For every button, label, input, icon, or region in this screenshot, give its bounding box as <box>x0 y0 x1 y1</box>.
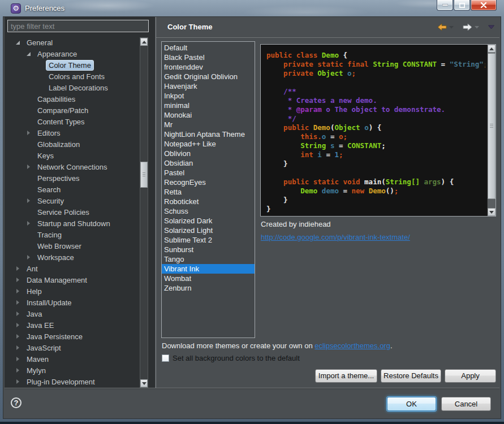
tree-collapsed-arrow-icon[interactable] <box>15 379 21 384</box>
tree-item-capabilities[interactable]: Capabilities <box>5 93 139 105</box>
theme-item-solarized-light[interactable]: Solarized Light <box>162 226 255 235</box>
tree-collapsed-arrow-icon[interactable] <box>15 334 21 339</box>
tree-item-java-persistence[interactable]: Java Persistence <box>5 331 139 342</box>
theme-item-zenburn[interactable]: Zenburn <box>162 283 255 293</box>
tree-item-label-decorations[interactable]: Label Decorations <box>5 82 139 93</box>
maximize-button[interactable] <box>454 0 470 11</box>
back-dropdown-icon[interactable] <box>449 25 454 29</box>
theme-item-retta[interactable]: Retta <box>162 187 255 197</box>
tree-item-ant[interactable]: Ant <box>5 263 139 274</box>
tree-item-editors[interactable]: Editors <box>5 127 139 139</box>
theme-item-notepad-like[interactable]: Notepad++ Like <box>162 139 255 149</box>
tree-item-keys[interactable]: Keys <box>5 150 139 161</box>
tree-item-install-update[interactable]: Install/Update <box>5 297 139 308</box>
tree-item-service-policies[interactable]: Service Policies <box>5 206 139 218</box>
tree-item-help[interactable]: Help <box>5 285 139 297</box>
back-arrow-icon[interactable] <box>437 23 447 31</box>
tree-collapsed-arrow-icon[interactable] <box>26 254 32 260</box>
theme-item-mr[interactable]: Mr <box>162 120 255 129</box>
close-button[interactable] <box>471 0 497 11</box>
theme-item-frontenddev[interactable]: frontenddev <box>162 62 255 72</box>
theme-item-solarized-dark[interactable]: Solarized Dark <box>162 216 255 226</box>
tree-expanded-arrow-icon[interactable] <box>26 51 32 57</box>
theme-item-monokai[interactable]: Monokai <box>162 110 255 120</box>
tree-collapsed-arrow-icon[interactable] <box>15 367 21 373</box>
tree-item-data-management[interactable]: Data Management <box>5 274 139 285</box>
tree-collapsed-arrow-icon[interactable] <box>15 277 21 283</box>
theme-item-inkpot[interactable]: Inkpot <box>162 91 255 101</box>
theme-item-minimal[interactable]: minimal <box>162 101 255 110</box>
tree-item-mylyn[interactable]: Mylyn <box>5 365 139 376</box>
tree-item-java-ee[interactable]: Java EE <box>5 319 139 331</box>
tree-item-color-theme[interactable]: Color Theme <box>5 59 139 71</box>
import-theme-button[interactable]: Import a theme... <box>315 369 377 383</box>
tree-item-maven[interactable]: Maven <box>5 353 139 365</box>
tree-item-web-browser[interactable]: Web Browser <box>5 240 139 252</box>
eclipsecolorthemes-link[interactable]: eclipsecolorthemes.org <box>315 341 390 350</box>
theme-item-schuss[interactable]: Schuss <box>162 206 255 216</box>
help-icon[interactable]: ? <box>11 397 21 408</box>
tree-item-java[interactable]: Java <box>5 308 139 319</box>
tree-collapsed-arrow-icon[interactable] <box>15 311 21 317</box>
tree-item-workspace[interactable]: Workspace <box>5 252 139 263</box>
tree-collapsed-arrow-icon[interactable] <box>15 300 21 305</box>
theme-list[interactable]: DefaultBlack PastelfrontenddevGedit Orig… <box>161 41 255 338</box>
scroll-up-button[interactable] <box>140 38 148 46</box>
tree-collapsed-arrow-icon[interactable] <box>15 266 21 271</box>
tree-collapsed-arrow-icon[interactable] <box>15 356 21 362</box>
scroll-down-button[interactable] <box>140 379 148 387</box>
tree-collapsed-arrow-icon[interactable] <box>26 198 32 204</box>
preview-scrollbar[interactable] <box>487 45 496 216</box>
preferences-tree[interactable]: GeneralAppearanceColor ThemeColors and F… <box>5 35 139 388</box>
theme-item-default[interactable]: Default <box>162 43 255 53</box>
theme-item-sunburst[interactable]: Sunburst <box>162 245 255 254</box>
tree-expanded-arrow-icon[interactable] <box>15 40 21 45</box>
theme-item-nightlion-aptana-theme[interactable]: NightLion Aptana Theme <box>162 129 255 139</box>
theme-item-recogneyes[interactable]: RecognEyes <box>162 178 255 187</box>
tree-collapsed-arrow-icon[interactable] <box>15 345 21 351</box>
theme-item-tango[interactable]: Tango <box>162 254 255 264</box>
theme-homepage-link[interactable]: http://code.google.com/p/vibrant-ink-tex… <box>261 233 410 241</box>
scrollbar-thumb[interactable] <box>488 53 496 199</box>
tree-item-content-types[interactable]: Content Types <box>5 116 139 127</box>
tree-collapsed-arrow-icon[interactable] <box>26 220 32 226</box>
theme-item-roboticket[interactable]: Roboticket <box>162 197 255 206</box>
apply-button[interactable]: Apply <box>445 369 496 383</box>
tree-item-security[interactable]: Security <box>5 195 139 206</box>
tree-collapsed-arrow-icon[interactable] <box>15 288 21 294</box>
theme-item-gedit-original-oblivion[interactable]: Gedit Original Oblivion <box>162 72 255 81</box>
tree-scrollbar[interactable] <box>140 37 148 388</box>
scroll-down-button[interactable] <box>488 208 496 216</box>
tree-collapsed-arrow-icon[interactable] <box>26 130 32 136</box>
tree-item-plug-in-development[interactable]: Plug-in Development <box>5 376 139 387</box>
theme-item-sublime-text-2[interactable]: Sublime Text 2 <box>162 235 255 245</box>
tree-item-colors-and-fonts[interactable]: Colors and Fonts <box>5 71 139 82</box>
tree-item-general[interactable]: General <box>5 37 139 48</box>
tree-item-network-connections[interactable]: Network Connections <box>5 161 139 172</box>
theme-item-obsidian[interactable]: Obsidian <box>162 158 255 168</box>
ok-button[interactable]: OK <box>387 397 436 411</box>
tree-item-globalization[interactable]: Globalization <box>5 139 139 150</box>
theme-item-oblivion[interactable]: Oblivion <box>162 149 255 158</box>
filter-input[interactable] <box>7 20 149 32</box>
theme-item-wombat[interactable]: Wombat <box>162 274 255 283</box>
tree-item-tracing[interactable]: Tracing <box>5 229 139 240</box>
theme-item-vibrant-ink[interactable]: Vibrant Ink <box>162 264 255 274</box>
code-preview[interactable]: public class Demo { private static final… <box>260 44 496 217</box>
tree-item-startup-and-shutdown[interactable]: Startup and Shutdown <box>5 218 139 229</box>
tree-collapsed-arrow-icon[interactable] <box>15 322 21 328</box>
tree-item-appearance[interactable]: Appearance <box>5 48 139 59</box>
forward-arrow-icon[interactable] <box>463 23 472 31</box>
tree-collapsed-arrow-icon[interactable] <box>26 164 32 170</box>
tree-item-perspectives[interactable]: Perspectives <box>5 172 139 184</box>
scrollbar-thumb[interactable] <box>140 162 148 188</box>
theme-item-black-pastel[interactable]: Black Pastel <box>162 53 255 62</box>
view-menu-icon[interactable] <box>488 25 494 29</box>
tree-item-compare-patch[interactable]: Compare/Patch <box>5 105 139 116</box>
tree-item-javascript[interactable]: JavaScript <box>5 342 139 353</box>
restore-defaults-button[interactable]: Restore Defaults <box>381 369 441 383</box>
tree-item-search[interactable]: Search <box>5 184 139 195</box>
forward-dropdown-icon[interactable] <box>475 25 479 29</box>
cancel-button[interactable]: Cancel <box>441 397 491 411</box>
theme-item-havenjark[interactable]: Havenjark <box>162 81 255 91</box>
